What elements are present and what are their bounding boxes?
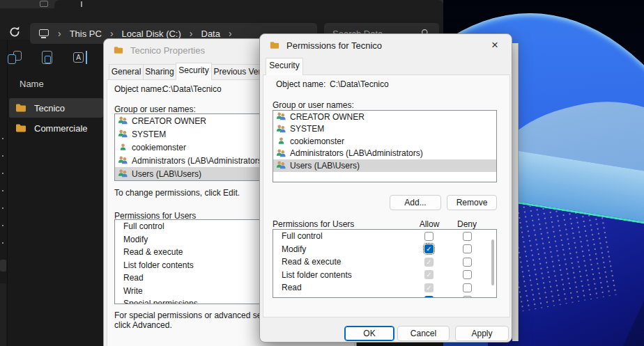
object-name-value: C:\Data\Tecnico (162, 84, 222, 94)
user-name: CREATOR OWNER (132, 116, 206, 126)
permission-name: Read & execute (282, 255, 341, 269)
group-icon (118, 129, 128, 139)
advanced-hint-line2: click Advanced. (114, 320, 172, 330)
screen: › This PC › Local Disk (C:) › Data › Sea… (0, 0, 644, 346)
object-name-label: Object name: (276, 79, 325, 89)
allow-checkbox[interactable] (424, 258, 434, 267)
group-icon (118, 116, 128, 125)
ok-button[interactable]: OK (344, 326, 394, 341)
list-item-selected[interactable]: Users (LAB\Users) (273, 159, 496, 172)
add-button[interactable]: Add... (390, 195, 441, 210)
deny-header: Deny (453, 219, 481, 229)
refresh-icon[interactable] (8, 26, 21, 38)
permission-name: Full control (282, 230, 323, 243)
scrollbar-thumb[interactable] (491, 239, 494, 285)
group-user-listbox[interactable]: CREATOR OWNER SYSTEM cookiemonster Admin… (273, 110, 497, 182)
user-name: Administrators (LAB\Administrators) (290, 148, 423, 158)
dialog-title: Tecnico Properties (130, 45, 205, 56)
permission-name: List folder contents (282, 269, 352, 282)
folder-icon (269, 40, 280, 50)
permission-name: Read (282, 281, 302, 294)
user-name: Users (LAB\Users) (132, 169, 201, 179)
chevron-right-icon: › (110, 29, 114, 38)
permission-row: Write (273, 294, 496, 299)
this-pc-icon (38, 29, 49, 38)
breadcrumb-local-disk[interactable]: Local Disk (C:) (122, 29, 181, 39)
allow-checkbox[interactable] (424, 232, 434, 241)
group-icon (118, 156, 128, 165)
group-user-names-label: Group or user names: (273, 100, 354, 110)
file-name: Commerciale (34, 123, 88, 134)
chevron-right-icon: › (229, 29, 232, 38)
permission-name[interactable]: Read (123, 272, 144, 285)
tab-folder-icon (40, 1, 48, 7)
allow-header: Allow (415, 219, 443, 229)
list-item[interactable]: CREATOR OWNER (273, 111, 496, 123)
permission-row: Modify (273, 243, 496, 256)
permission-row: Full control (273, 230, 496, 243)
nav-pane-selected-item[interactable] (0, 260, 6, 272)
tab-caret-mark (81, 1, 82, 7)
list-item[interactable]: SYSTEM (273, 123, 496, 136)
remove-button[interactable]: Remove (447, 195, 497, 210)
permissions-label: Permissions for Users (273, 219, 354, 229)
permission-name[interactable]: Modify (123, 233, 148, 246)
deny-checkbox[interactable] (463, 296, 472, 298)
permission-name[interactable]: List folder contents (123, 259, 194, 272)
group-icon (276, 149, 286, 158)
paste-icon[interactable] (40, 51, 56, 66)
permission-name[interactable]: Special permissions (123, 297, 198, 304)
user-icon (118, 143, 128, 152)
cancel-button[interactable]: Cancel (397, 326, 450, 341)
tab-security[interactable]: Security (266, 58, 303, 75)
apply-button[interactable]: Apply (455, 326, 509, 341)
tab-sharing[interactable]: Sharing (143, 64, 176, 80)
deny-checkbox[interactable] (463, 258, 472, 267)
file-row-tecnico[interactable]: Tecnico (9, 98, 103, 118)
group-icon (276, 125, 286, 134)
group-user-names-label: Group or user names: (114, 104, 196, 114)
tab-general[interactable]: General (109, 64, 144, 80)
deny-checkbox[interactable] (463, 283, 472, 292)
window-edge-strip (512, 43, 519, 341)
close-icon[interactable]: × (486, 37, 503, 54)
user-name: CREATOR OWNER (290, 112, 365, 122)
object-name-value: C:\Data\Tecnico (330, 79, 389, 89)
permissions-dialog: Permissions for Tecnico × Security Objec… (259, 33, 512, 343)
group-icon (118, 169, 128, 178)
user-name: Users (LAB\Users) (290, 161, 360, 171)
folder-icon (15, 102, 27, 113)
group-icon (276, 112, 286, 121)
deny-checkbox[interactable] (463, 270, 472, 279)
user-icon (276, 136, 286, 146)
permission-row: List folder contents (273, 269, 496, 282)
allow-checkbox[interactable] (424, 283, 434, 292)
allow-checkbox[interactable] (424, 244, 434, 253)
list-item[interactable]: Administrators (LAB\Administrators) (273, 148, 496, 160)
breadcrumb-data[interactable]: Data (201, 29, 220, 39)
file-name: Tecnico (34, 103, 65, 113)
edit-hint: To change permissions, click Edit. (114, 188, 240, 198)
tab-security[interactable]: Security (176, 63, 212, 80)
nav-pane-lower (0, 283, 6, 346)
object-name-label: Object name: (114, 84, 164, 94)
breadcrumb-this-pc[interactable]: This PC (70, 29, 102, 39)
permission-name[interactable]: Read & execute (123, 246, 183, 259)
copy-icon[interactable] (7, 51, 22, 66)
permission-name[interactable]: Full control (123, 220, 164, 233)
permissions-dialog-titlebar[interactable]: Permissions for Tecnico × (260, 34, 512, 57)
permission-name[interactable]: Write (123, 285, 143, 298)
file-row-commerciale[interactable]: Commerciale (9, 118, 103, 138)
column-header-name[interactable]: Name (20, 79, 44, 89)
deny-checkbox[interactable] (463, 244, 472, 253)
nav-pane-dots (1, 137, 5, 252)
dialog-title: Permissions for Tecnico (286, 40, 382, 51)
list-item[interactable]: cookiemonster (273, 135, 496, 148)
chevron-right-icon: › (58, 29, 61, 38)
rename-icon[interactable] (73, 51, 89, 66)
explorer-active-tab[interactable] (54, 0, 443, 8)
permissions-checkbox-listbox[interactable]: Full control Modify Read & execute List … (273, 229, 497, 298)
allow-checkbox[interactable] (424, 296, 434, 298)
deny-checkbox[interactable] (463, 232, 472, 241)
allow-checkbox[interactable] (424, 270, 434, 279)
